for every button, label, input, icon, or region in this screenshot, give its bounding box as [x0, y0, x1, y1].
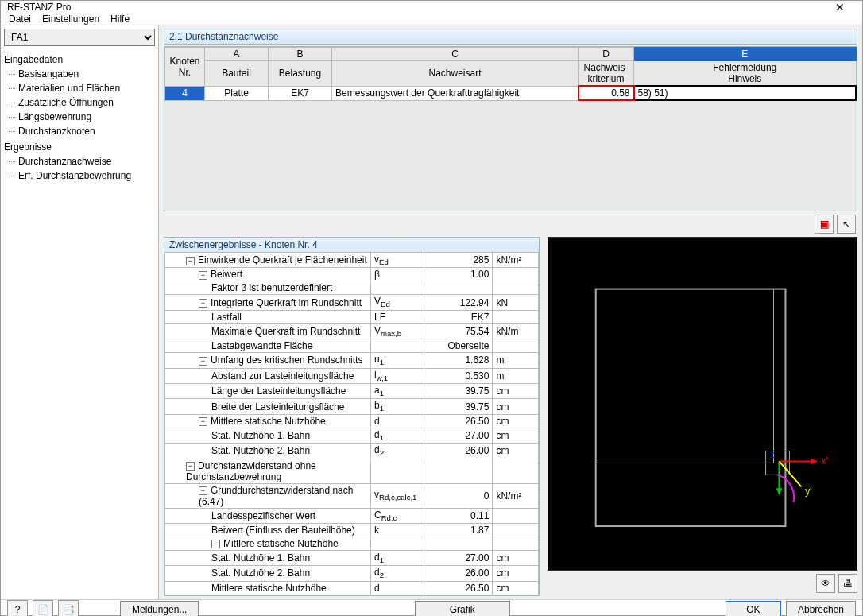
detail-panel: Zwischenergebnisse - Knoten Nr. 4 −Einwi… [164, 237, 540, 596]
svg-text:x': x' [821, 455, 827, 467]
cell-belastung: EK7 [269, 86, 332, 100]
detail-row[interactable]: Faktor β ist benutzerdefiniert [165, 281, 539, 295]
detail-row[interactable]: −Mittlere statische Nutzhöhed26.50cm [165, 414, 539, 428]
menu-file[interactable]: Datei [9, 14, 31, 25]
col-nachweisart[interactable]: Nachweisart [332, 61, 579, 87]
menubar: Datei Einstellungen Hilfe [1, 14, 862, 25]
cell-kriterium: 0.58 [579, 86, 634, 100]
svg-rect-0 [596, 289, 786, 526]
detail-row[interactable]: −Beiwertβ1.00 [165, 268, 539, 281]
col-C[interactable]: C [332, 48, 579, 61]
loadcase-select[interactable]: FA1 [4, 29, 155, 46]
col-B[interactable]: B [269, 48, 332, 61]
detail-row[interactable]: Stat. Nutzhöhe 2. Bahnd226.00cm [165, 566, 539, 581]
tree-item-input-4[interactable]: Durchstanzknoten [7, 124, 155, 138]
export2-button[interactable]: 📑 [58, 600, 79, 616]
detail-row[interactable]: Mittlere statische Nutzhöhed26.50cm [165, 581, 539, 595]
col-fehler[interactable]: FehlermeldungHinweis [634, 61, 857, 87]
tree-item-result-0[interactable]: Durchstanznachweise [7, 154, 155, 169]
col-knoten[interactable]: Knoten Nr. [165, 48, 205, 87]
col-kriterium[interactable]: Nachweis- kriterium [579, 61, 634, 87]
tree-item-input-1[interactable]: Materialien und Flächen [7, 81, 155, 95]
col-bauteil[interactable]: Bauteil [205, 61, 269, 87]
view-toggle-button[interactable]: 👁 [816, 574, 835, 593]
detail-row[interactable]: Stat. Nutzhöhe 1. Bahnd127.00cm [165, 550, 539, 565]
cell-knoten[interactable]: 4 [165, 86, 205, 100]
error-filter-button[interactable]: ▣ [815, 215, 834, 234]
help-button[interactable]: ? [7, 600, 28, 616]
cancel-button[interactable]: Abbrechen [786, 601, 856, 616]
detail-row[interactable]: −Integrierte Querkraft im RundschnittVEd… [165, 295, 539, 310]
tree-item-input-3[interactable]: Längsbewehrung [7, 110, 155, 124]
detail-row[interactable]: Stat. Nutzhöhe 2. Bahnd226.00cm [165, 444, 539, 459]
col-A[interactable]: A [205, 48, 269, 61]
window-title: RF-STANZ Pro [7, 2, 824, 13]
tree-cat-results[interactable]: Ergebnisse [4, 140, 155, 154]
sidebar: FA1 Eingabedaten BasisangabenMaterialien… [1, 25, 159, 599]
col-E[interactable]: E [634, 48, 857, 61]
menu-help[interactable]: Hilfe [110, 14, 130, 25]
table-row[interactable]: 4 Platte EK7 Bemessungswert der Querkraf… [165, 86, 857, 100]
detail-row[interactable]: Abstand zur Lasteinleitungsflächelw,10.5… [165, 368, 539, 383]
detail-row[interactable]: Stat. Nutzhöhe 1. Bahnd127.00cm [165, 428, 539, 443]
menu-settings[interactable]: Einstellungen [42, 14, 99, 25]
detail-row[interactable]: Landesspezifischer WertCRd,c0.11 [165, 508, 539, 523]
tree-item-input-0[interactable]: Basisangaben [7, 67, 155, 81]
pick-button[interactable]: ↖ [837, 215, 856, 234]
detail-row[interactable]: LastfallLFEK7 [165, 310, 539, 323]
results-grid[interactable]: Knoten Nr. A B C D E Bauteil Belastung N… [164, 46, 857, 211]
svg-marker-4 [811, 458, 817, 464]
svg-marker-7 [776, 488, 783, 494]
section-title: 2.1 Durchstanznachweise [164, 29, 857, 45]
ok-button[interactable]: OK [726, 601, 781, 616]
export-button[interactable]: 📄 [33, 600, 53, 616]
cell-fehler[interactable]: 58) 51) [634, 86, 857, 100]
grafik-button[interactable]: Grafik [415, 601, 510, 616]
detail-row[interactable]: Maximale Querkraft im RundschnittVmax,b7… [165, 323, 539, 339]
print-view-button[interactable]: 🖶 [838, 574, 857, 593]
detail-row[interactable]: Lastabgewandte FlächeOberseite [165, 339, 539, 353]
app-window: RF-STANZ Pro ✕ Datei Einstellungen Hilfe… [0, 0, 863, 616]
tree-cat-input[interactable]: Eingabedaten [4, 52, 155, 67]
titlebar: RF-STANZ Pro ✕ [1, 1, 862, 14]
detail-row[interactable]: −Durchstanzwiderstand ohne Durchstanzbew… [165, 459, 539, 483]
graphics-view[interactable]: x' y' z [548, 237, 857, 571]
detail-row[interactable]: Beiwert (Einfluss der Bauteilhöhe)k1.87 [165, 523, 539, 537]
svg-text:z: z [770, 449, 775, 460]
tree-item-result-1[interactable]: Erf. Durchstanzbewehrung [7, 169, 155, 183]
detail-row[interactable]: −Mittlere statische Nutzhöhe [165, 537, 539, 550]
detail-row[interactable]: Breite der Lasteinleitungsflächeb139.75c… [165, 399, 539, 414]
col-D[interactable]: D [579, 48, 634, 61]
cell-bauteil: Platte [205, 86, 269, 100]
detail-row[interactable]: −Einwirkende Querkraft je Flächeneinheit… [165, 253, 539, 268]
svg-rect-1 [596, 289, 774, 463]
detail-row[interactable]: −Grunddurchstanzwiderstand nach (6.47)vR… [165, 483, 539, 508]
detail-row[interactable]: Länge der Lasteinleitungsflächea139.75cm [165, 383, 539, 398]
detail-grid[interactable]: −Einwirkende Querkraft je Flächeneinheit… [164, 252, 539, 595]
main-panel: 2.1 Durchstanznachweise Knoten Nr. A B C… [159, 25, 862, 599]
bottom-bar: ? 📄 📑 Meldungen... Grafik OK Abbrechen [1, 599, 862, 616]
col-belastung[interactable]: Belastung [269, 61, 332, 87]
nav-tree: Eingabedaten BasisangabenMaterialien und… [1, 49, 158, 599]
tree-item-input-2[interactable]: Zusätzliche Öffnungen [7, 95, 155, 110]
detail-row[interactable]: −Umfang des kritischen Rundschnittsu11.6… [165, 353, 539, 368]
svg-line-8 [780, 461, 802, 486]
messages-button[interactable]: Meldungen... [120, 601, 199, 616]
close-icon[interactable]: ✕ [824, 1, 856, 14]
detail-title: Zwischenergebnisse - Knoten Nr. 4 [164, 238, 539, 252]
cell-nachweis: Bemessungswert der Querkrafttragfähigkei… [332, 86, 579, 100]
svg-text:y': y' [805, 486, 811, 497]
